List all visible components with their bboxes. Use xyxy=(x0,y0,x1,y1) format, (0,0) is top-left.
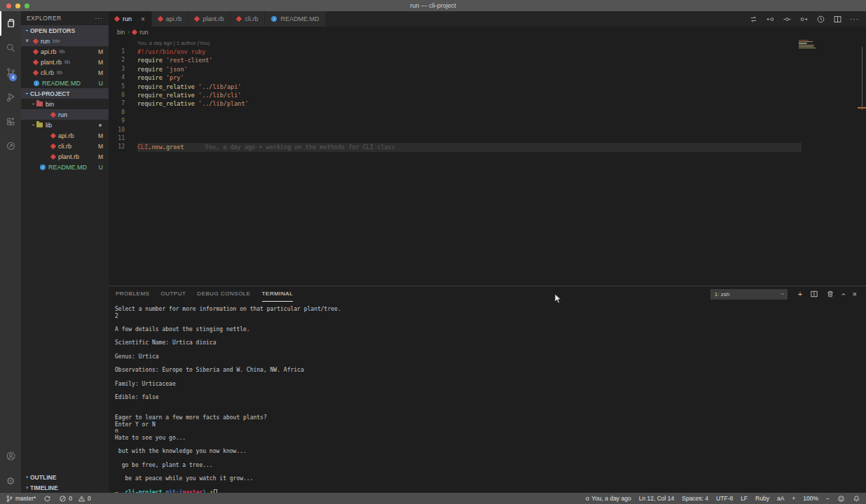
eol-item[interactable]: LF xyxy=(741,495,748,502)
close-editor-icon[interactable]: × xyxy=(25,36,32,46)
tabs: run×api.rbplant.rbcli.rbiREADME.MD xyxy=(109,11,326,27)
feedback-status-item[interactable] xyxy=(837,495,845,503)
codelens-authors[interactable]: You, a day ago | 1 author (You) xyxy=(137,40,866,47)
branch-status-item[interactable]: master* xyxy=(6,495,36,503)
tab-label: run xyxy=(123,15,132,22)
open-editor-item[interactable]: plant.rblibM xyxy=(21,57,109,67)
zoom-in-item[interactable]: + xyxy=(792,495,795,502)
zoom-level-item[interactable]: 100% xyxy=(803,495,818,502)
git-status-badge: M xyxy=(98,59,109,66)
more-actions-icon[interactable]: ··· xyxy=(850,15,859,23)
panel-tab-problems[interactable]: PROBLEMS xyxy=(116,286,149,302)
panel-tab-terminal[interactable]: TERMINAL xyxy=(262,286,293,302)
new-terminal-button[interactable]: + xyxy=(798,290,802,298)
tab-readme-md[interactable]: iREADME.MD xyxy=(265,11,326,27)
extensions-icon xyxy=(6,116,16,127)
breadcrumb-folder[interactable]: bin xyxy=(117,29,125,36)
explorer-activity-icon[interactable] xyxy=(0,11,21,36)
extensions-activity-icon[interactable] xyxy=(0,109,21,134)
indentation-item[interactable]: Spaces: 4 xyxy=(682,495,708,502)
ruby-file-icon xyxy=(50,153,56,159)
file-history-icon[interactable] xyxy=(816,15,825,24)
account-icon xyxy=(6,451,16,461)
terminal-line xyxy=(115,407,866,414)
blame-status-item[interactable]: You, a day ago xyxy=(586,495,631,502)
code-token: '../lib/api' xyxy=(198,83,241,90)
tab-api-rb[interactable]: api.rb xyxy=(152,11,189,27)
open-editors-list: ×runbinapi.rblibMplant.rblibMcli.rblibMi… xyxy=(21,36,109,88)
code-token: require xyxy=(137,66,163,73)
file-detail: bin xyxy=(53,38,60,44)
code-line-3: 3require 'json' xyxy=(109,65,866,74)
project-header[interactable]: › CLI-PROJECT xyxy=(21,88,109,99)
minimap[interactable] xyxy=(799,40,820,49)
ruby-file-icon xyxy=(132,29,137,35)
git-status-badge: M xyxy=(98,69,109,76)
code-token: '../lib/plant' xyxy=(198,100,249,107)
terminal-line xyxy=(115,387,866,394)
font-size-toggle-item[interactable]: aA xyxy=(777,495,784,502)
timeline-header[interactable]: › TIMELINE xyxy=(21,482,109,493)
file-label: lib xyxy=(46,122,52,129)
close-tab-icon[interactable]: × xyxy=(141,15,145,23)
sync-status-item[interactable] xyxy=(43,495,51,503)
terminal-line: but with the knowledge you now know... xyxy=(115,448,866,455)
open-editor-item[interactable]: ×runbin xyxy=(21,36,109,46)
maximize-panel-icon[interactable]: › xyxy=(839,293,847,295)
open-editor-item[interactable]: iREADME.MDU xyxy=(21,78,109,88)
encoding-item[interactable]: UTF-8 xyxy=(716,495,733,502)
tab-plant-rb[interactable]: plant.rb xyxy=(188,11,231,27)
tree-item-cli-rb[interactable]: cli.rbM xyxy=(21,141,109,151)
panel-tab-debug-console[interactable]: DEBUG CONSOLE xyxy=(197,286,250,302)
breadcrumb-file[interactable]: run xyxy=(139,29,148,36)
chevron-right-icon: › xyxy=(24,474,30,480)
open-editors-header[interactable]: › OPEN EDITORS xyxy=(21,25,109,36)
code-editor[interactable]: You, a day ago | 1 author (You) 1#!/usr/… xyxy=(109,38,866,286)
scm-changes-badge: 4 xyxy=(9,74,17,81)
outline-header[interactable]: › OUTLINE xyxy=(21,472,109,482)
tree-item-bin[interactable]: ›bin xyxy=(21,99,109,109)
problems-status-item[interactable]: 0 0 xyxy=(59,495,90,503)
cursor-position-item[interactable]: Ln 12, Col 14 xyxy=(639,495,675,502)
split-terminal-icon[interactable] xyxy=(810,290,818,298)
editor-scrollbar[interactable] xyxy=(862,47,862,110)
accounts-activity-icon[interactable] xyxy=(0,444,21,468)
prompt-git-open: git:( xyxy=(165,489,182,493)
kill-terminal-icon[interactable] xyxy=(826,290,834,298)
explorer-more-actions[interactable]: ··· xyxy=(95,15,104,22)
tree-item-lib[interactable]: ›lib xyxy=(21,120,109,130)
close-panel-icon[interactable]: × xyxy=(853,290,857,298)
notifications-status-item[interactable] xyxy=(853,495,860,503)
tab-cli-rb[interactable]: cli.rb xyxy=(231,11,265,27)
clock-extension-activity-icon[interactable] xyxy=(0,134,21,158)
panel-tab-output[interactable]: OUTPUT xyxy=(160,286,186,302)
split-editor-icon[interactable] xyxy=(833,15,842,24)
open-editor-item[interactable]: api.rblibM xyxy=(21,46,109,57)
compare-icon[interactable] xyxy=(783,15,792,24)
tree-item-plant-rb[interactable]: plant.rbM xyxy=(21,151,109,162)
tree-item-run[interactable]: run xyxy=(21,109,109,120)
code-token: 'json' xyxy=(166,66,188,73)
terminal-line: Family: Urticaceae xyxy=(115,381,866,388)
git-status-badge: M xyxy=(98,153,109,160)
open-editor-item[interactable]: cli.rblibM xyxy=(21,67,109,78)
next-change-icon[interactable] xyxy=(799,15,809,24)
terminal-line: n xyxy=(115,428,866,435)
previous-change-icon[interactable] xyxy=(766,15,775,24)
language-mode-item[interactable]: Ruby xyxy=(755,495,769,502)
settings-activity-icon[interactable]: ⚙ xyxy=(0,468,21,493)
terminal[interactable]: Select a number for more information on … xyxy=(109,302,866,493)
tree-item-api-rb[interactable]: api.rbM xyxy=(21,130,109,141)
terminal-shell-select[interactable]: 1: zsh › xyxy=(710,289,788,300)
tree-item-readme-md[interactable]: iREADME.MDU xyxy=(21,162,109,172)
zoom-out-item[interactable]: − xyxy=(826,495,830,502)
source-control-activity-icon[interactable]: 4 xyxy=(0,60,21,85)
gear-icon: ⚙ xyxy=(6,476,15,486)
git-status-badge: U xyxy=(99,80,109,87)
search-activity-icon[interactable] xyxy=(0,36,21,60)
open-changes-icon[interactable] xyxy=(749,15,758,24)
run-debug-activity-icon[interactable] xyxy=(0,85,21,109)
tab-run[interactable]: run× xyxy=(109,11,152,27)
bell-icon xyxy=(853,495,860,503)
terminal-line: go be free, plant a tree... xyxy=(115,462,866,469)
